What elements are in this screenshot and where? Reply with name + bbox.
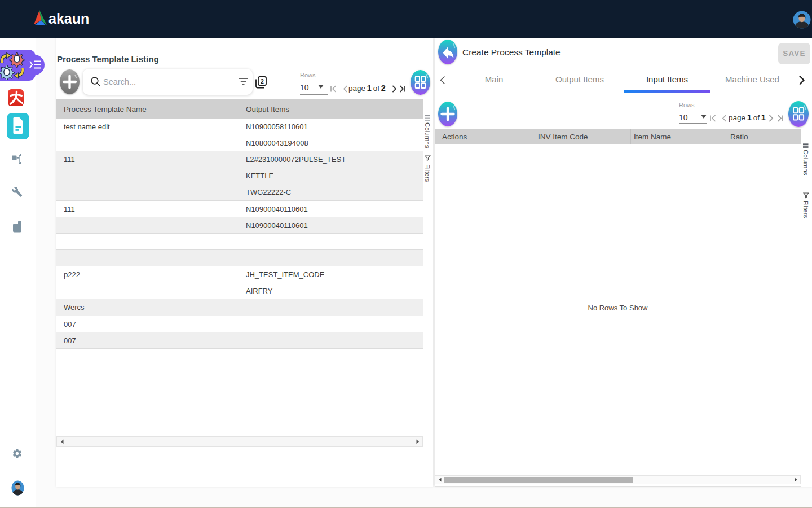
svg-text:2: 2 (261, 78, 264, 85)
